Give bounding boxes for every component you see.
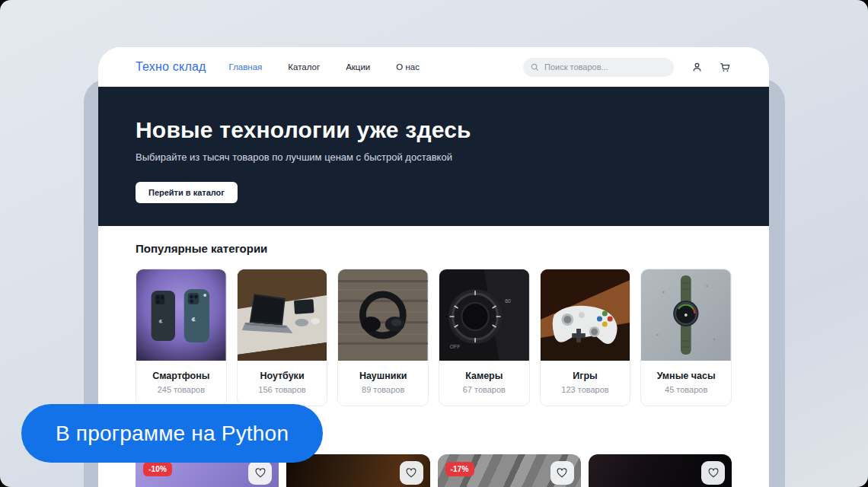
product-card[interactable]: -17% (438, 454, 581, 487)
favorite-button[interactable] (248, 461, 272, 485)
nav-item-sales[interactable]: Акции (346, 62, 370, 72)
hero-subtitle: Выбирайте из тысяч товаров по лучшим цен… (136, 151, 732, 163)
smartwatch-photo (641, 269, 731, 361)
discount-badge: -10% (143, 462, 172, 476)
hero-banner: Новые технологии уже здесь Выбирайте из … (98, 87, 769, 226)
category-card-laptops[interactable]: Ноутбуки 156 товаров (237, 269, 328, 406)
category-card-games[interactable]: Игры 123 товаров (540, 269, 631, 406)
hero-title: Новые технологии уже здесь (136, 117, 732, 143)
categories-section-title: Популярные категории (136, 242, 732, 255)
category-count: 89 товаров (343, 385, 423, 394)
category-card-headphones[interactable]: Наушники 89 товаров (337, 269, 429, 406)
search-box (523, 58, 674, 77)
python-caption-label: В программе на Python (56, 422, 289, 446)
cart-icon[interactable] (719, 62, 731, 73)
site-header: Техно склад Главная Каталог Акции О нас (98, 47, 769, 87)
dark-leather-photo (589, 454, 732, 487)
headphones-photo (338, 269, 428, 361)
category-count: 45 товаров (646, 385, 726, 394)
category-count: 245 товаров (141, 385, 222, 394)
categories-grid: Смартфоны 245 товаров (136, 269, 732, 406)
python-caption-badge: В программе на Python (21, 404, 323, 463)
category-card-cameras[interactable]: 60 OFF Камеры 67 товаров (439, 269, 530, 406)
dark-wood-photo (286, 454, 429, 487)
favorite-button[interactable] (400, 461, 423, 485)
category-label: Игры (545, 371, 626, 381)
nav-item-catalog[interactable]: Каталог (288, 62, 320, 72)
game-controller-photo (541, 269, 630, 361)
search-icon (531, 63, 539, 72)
user-icon[interactable] (691, 62, 703, 73)
product-card[interactable] (589, 454, 732, 487)
category-card-smartphones[interactable]: Смартфоны 245 товаров (136, 269, 227, 406)
category-label: Ноутбуки (242, 371, 323, 381)
discount-badge: -17% (445, 462, 474, 476)
category-card-smartwatches[interactable]: Умные часы 45 товаров (640, 269, 732, 406)
camera-photo: 60 OFF (439, 269, 529, 361)
gray-wood-photo: -17% (438, 454, 581, 487)
favorite-button[interactable] (550, 461, 574, 485)
product-card[interactable] (286, 454, 429, 487)
category-label: Умные часы (646, 371, 726, 381)
category-count: 123 товаров (545, 385, 626, 394)
laptop-photo (238, 269, 327, 361)
svg-text:OFF: OFF (450, 344, 461, 349)
favorite-button[interactable] (701, 461, 725, 485)
search-input[interactable] (544, 62, 666, 72)
category-count: 67 товаров (444, 385, 525, 394)
nav-item-about[interactable]: О нас (396, 62, 420, 72)
site-logo[interactable]: Техно склад (136, 60, 206, 74)
svg-text:60: 60 (505, 298, 511, 304)
page-canvas: Техно склад Главная Каталог Акции О нас (0, 0, 868, 487)
category-label: Наушники (343, 371, 423, 381)
smartphones-photo (136, 269, 226, 361)
category-label: Камеры (444, 371, 525, 381)
main-nav: Главная Каталог Акции О нас (229, 62, 420, 72)
nav-item-home[interactable]: Главная (229, 62, 263, 72)
category-count: 156 товаров (242, 385, 323, 394)
category-label: Смартфоны (141, 371, 222, 381)
go-to-catalog-button[interactable]: Перейти в каталог (136, 182, 238, 203)
